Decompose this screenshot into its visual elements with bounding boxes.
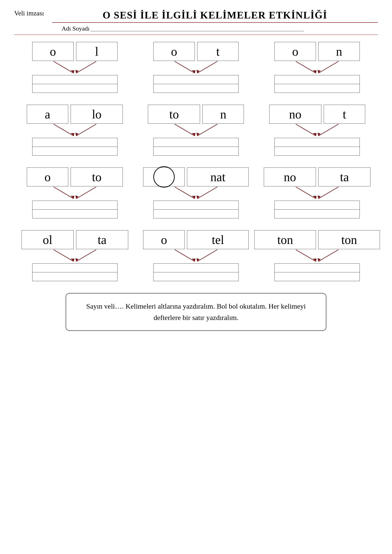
result-box-2-1[interactable] xyxy=(153,201,239,218)
svg-line-2 xyxy=(76,61,96,73)
result-box-line-bottom xyxy=(33,272,117,281)
syllable-box-0-2-1: n xyxy=(318,42,360,61)
syllable-boxes-2-0: oto xyxy=(27,167,123,187)
syllable-box-2-0-0: o xyxy=(27,167,68,187)
result-box-3-1[interactable] xyxy=(153,263,239,281)
result-box-line-bottom xyxy=(154,210,238,218)
syllable-box-3-2-0: ton xyxy=(254,230,316,249)
syllable-boxes-3-1: otel xyxy=(143,230,249,249)
result-box-line-top xyxy=(275,264,359,272)
svg-line-4 xyxy=(175,61,195,73)
result-box-line-bottom xyxy=(275,210,359,218)
arrow-svg xyxy=(274,187,360,201)
syllable-box-0-0-0: o xyxy=(32,42,74,61)
arrow-svg xyxy=(274,61,360,75)
header-divider xyxy=(14,35,378,35)
result-box-1-0[interactable] xyxy=(32,138,118,156)
syllable-box-2-0-1: to xyxy=(71,167,123,187)
syllable-box-1-1-1: n xyxy=(203,105,244,124)
svg-line-44 xyxy=(296,250,316,262)
syllable-boxes-1-1: ton xyxy=(148,105,244,124)
syllable-box-1-0-1: lo xyxy=(71,105,123,124)
arrow-svg xyxy=(32,249,118,263)
word-row-2: otonatnota xyxy=(14,167,378,218)
syllable-box-2-1-1: nat xyxy=(187,167,249,187)
result-box-line-top xyxy=(275,201,359,210)
svg-line-6 xyxy=(197,61,217,73)
arrow-svg xyxy=(153,249,239,263)
syllable-boxes-3-0: olta xyxy=(21,230,128,249)
circle-o xyxy=(153,166,175,187)
svg-line-42 xyxy=(197,250,217,262)
result-box-0-2[interactable] xyxy=(274,75,360,93)
result-box-line-bottom xyxy=(154,84,238,93)
svg-line-8 xyxy=(296,61,316,73)
main-title: O SESİ İLE İLGİLİ KELİMELER ETKİNLİĞİ xyxy=(52,9,378,23)
veli-label: Veli imzası xyxy=(14,9,52,17)
result-box-line-top xyxy=(154,138,238,147)
result-box-2-0[interactable] xyxy=(32,201,118,218)
result-box-3-2[interactable] xyxy=(274,263,360,281)
arrows-1-0 xyxy=(18,124,132,138)
syllable-boxes-1-0: alo xyxy=(27,105,123,124)
adi-soyadi-label: Adı Soyadı xyxy=(62,25,90,32)
header-right: O SESİ İLE İLGİLİ KELİMELER ETKİNLİĞİ Ad… xyxy=(52,9,378,32)
arrows-3-1 xyxy=(139,249,253,263)
result-box-line-bottom xyxy=(154,272,238,281)
arrow-svg xyxy=(153,61,239,75)
arrows-2-0 xyxy=(18,187,132,201)
result-box-line-bottom xyxy=(33,84,117,93)
arrows-1-2 xyxy=(260,124,374,138)
result-box-1-2[interactable] xyxy=(274,138,360,156)
syllable-box-2-2-0: no xyxy=(264,167,316,187)
result-box-line-bottom xyxy=(275,84,359,93)
word-group-3-0: olta xyxy=(18,230,132,281)
word-group-2-1: nat xyxy=(139,167,253,218)
note-text: Sayın veli…. Kelimeleri altlarına yazdır… xyxy=(80,301,312,323)
svg-line-28 xyxy=(175,187,195,199)
adi-soyadi: Adı Soyadı xyxy=(62,25,304,32)
svg-line-24 xyxy=(54,187,74,199)
syllable-boxes-0-2: on xyxy=(274,42,360,61)
result-box-line-top xyxy=(154,201,238,210)
result-box-line-top xyxy=(275,138,359,147)
syllable-box-0-0-1: l xyxy=(76,42,118,61)
svg-line-18 xyxy=(197,124,217,136)
result-box-3-0[interactable] xyxy=(32,263,118,281)
syllable-box-3-0-1: ta xyxy=(76,230,128,249)
svg-line-26 xyxy=(76,187,96,199)
result-box-0-1[interactable] xyxy=(153,75,239,93)
result-box-1-1[interactable] xyxy=(153,138,239,156)
rows-container: olotonalotonnototonatnotaoltaoteltonton xyxy=(14,42,378,281)
svg-line-10 xyxy=(318,61,338,73)
word-group-0-2: on xyxy=(260,42,374,93)
arrows-3-2 xyxy=(260,249,374,263)
header: Veli imzası O SESİ İLE İLGİLİ KELİMELER … xyxy=(14,9,378,32)
arrows-1-1 xyxy=(139,124,253,138)
result-box-2-2[interactable] xyxy=(274,201,360,218)
syllable-box-1-0-0: a xyxy=(27,105,68,124)
result-box-line-bottom xyxy=(275,272,359,281)
result-box-line-top xyxy=(33,264,117,272)
svg-line-12 xyxy=(54,124,74,136)
svg-line-36 xyxy=(54,250,74,262)
syllable-box-0-2-0: o xyxy=(274,42,316,61)
syllable-boxes-2-2: nota xyxy=(264,167,371,187)
arrows-2-1 xyxy=(139,187,253,201)
word-group-1-1: ton xyxy=(139,105,253,156)
result-box-line-bottom xyxy=(33,147,117,155)
syllable-boxes-2-1: nat xyxy=(143,167,249,187)
syllable-box-3-1-1: tel xyxy=(187,230,249,249)
syllable-box-2-2-1: ta xyxy=(318,167,371,187)
adi-soyadi-dots[interactable] xyxy=(91,26,304,31)
svg-line-0 xyxy=(54,61,74,73)
word-group-0-1: ot xyxy=(139,42,253,93)
result-box-line-top xyxy=(33,201,117,210)
arrow-svg xyxy=(32,187,118,201)
result-box-0-0[interactable] xyxy=(32,75,118,93)
syllable-box-3-2-1: ton xyxy=(318,230,380,249)
syllable-boxes-0-0: ol xyxy=(32,42,118,61)
result-box-line-bottom xyxy=(154,147,238,155)
syllable-box-3-0-0: ol xyxy=(21,230,74,249)
arrows-2-2 xyxy=(260,187,374,201)
